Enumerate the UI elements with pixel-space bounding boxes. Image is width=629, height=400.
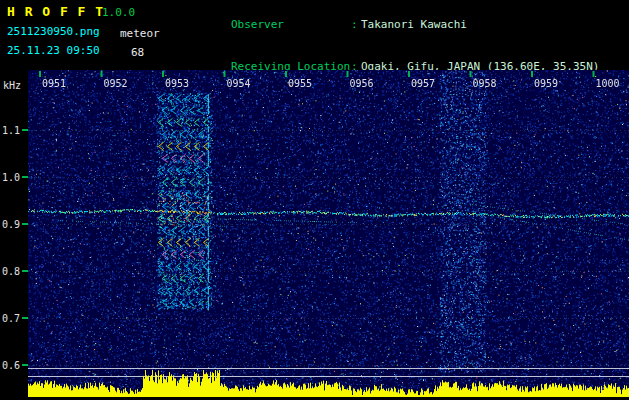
spectrogram-canvas (28, 70, 629, 400)
time-tick-label: 0953 (165, 78, 189, 89)
frequency-axis: kHz 1.11.00.90.80.70.6 (0, 70, 28, 400)
hrofft-screenshot: H R O F F T 1.0.0 2511230950.png meteor … (0, 0, 629, 400)
time-tick-label: 0955 (288, 78, 312, 89)
time-tick-label: 0959 (534, 78, 558, 89)
time-tick-label: 0954 (227, 78, 251, 89)
time-tick-label: 0952 (104, 78, 128, 89)
info-label: Observer (231, 18, 351, 32)
freq-tick-label: 0.9 (2, 219, 20, 230)
time-tick-label: 0956 (350, 78, 374, 89)
time-axis: 0951095209530954095509560957095809591000 (28, 78, 629, 92)
app-title: H R O F F T (7, 4, 104, 19)
echo-count: 68 (131, 46, 144, 59)
mode-label: meteor (120, 27, 160, 40)
freq-tick-label: 0.8 (2, 266, 20, 277)
frequency-unit-label: kHz (3, 80, 21, 91)
time-tick-label: 0957 (411, 78, 435, 89)
info-colon: : (351, 18, 361, 32)
freq-tick-label: 1.0 (2, 172, 20, 183)
datetime-label: 25.11.23 09:50 (7, 44, 100, 57)
time-tick-label: 0958 (473, 78, 497, 89)
freq-tick-label: 0.6 (2, 360, 20, 371)
info-value: Takanori Kawachi (361, 18, 467, 31)
output-filename: 2511230950.png (7, 25, 100, 38)
info-row-observer: Observer:Takanori Kawachi (178, 4, 599, 46)
app-version: 1.0.0 (102, 6, 135, 19)
time-tick-label: 0951 (42, 78, 66, 89)
freq-tick-label: 1.1 (2, 125, 20, 136)
time-tick-label: 1000 (596, 78, 620, 89)
freq-tick-label: 0.7 (2, 313, 20, 324)
